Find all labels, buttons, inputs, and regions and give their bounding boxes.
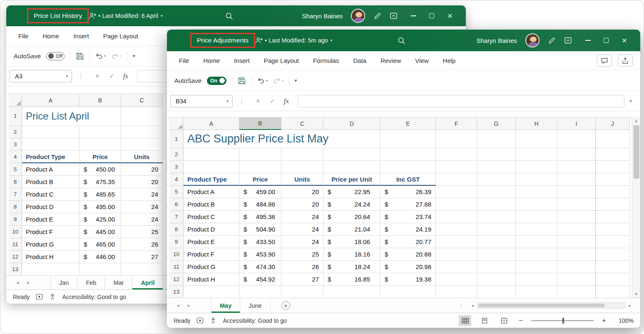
row-header-12[interactable]: 12 [169, 273, 184, 286]
cell-units-7[interactable]: 24 [281, 211, 323, 223]
cell-F12[interactable] [436, 273, 477, 286]
front-user-name[interactable]: Sharyn Baines [476, 37, 517, 44]
cell-C13[interactable] [281, 286, 323, 298]
cell-product-6[interactable]: Product B [184, 198, 239, 211]
ribbon-tab-home[interactable]: Home [35, 30, 66, 42]
cell-E3[interactable] [380, 161, 436, 173]
sheet-title-cell[interactable]: ABC Supplier Price List May [184, 130, 380, 148]
cell-price-9[interactable]: $425.00 [80, 213, 121, 226]
cell-units-8[interactable]: 24 [121, 201, 163, 213]
cell-E1[interactable] [380, 130, 436, 148]
row-header-9[interactable]: 9 [9, 213, 22, 226]
accessibility-status[interactable]: Accessibility: Good to go [62, 294, 126, 300]
cell-J6[interactable] [596, 198, 630, 211]
cell-I6[interactable] [557, 198, 596, 211]
table-header-inc-gst[interactable]: Inc GST [380, 173, 436, 186]
sheet-tab-feb[interactable]: Feb [77, 276, 105, 289]
minimize-button[interactable] [579, 30, 597, 51]
cell-I7[interactable] [557, 211, 596, 223]
cell-H3[interactable] [516, 161, 557, 173]
ribbon-tab-file[interactable]: File [172, 55, 196, 67]
cell-H13[interactable] [516, 286, 557, 298]
ribbon-tab-view[interactable]: View [408, 55, 435, 67]
cell-I4[interactable] [557, 173, 596, 186]
cell-units-6[interactable]: 20 [121, 176, 163, 188]
cell-product-7[interactable]: Product C [22, 188, 80, 201]
cell-E13[interactable] [380, 286, 436, 298]
select-all-corner[interactable] [9, 94, 22, 107]
cell-F6[interactable] [436, 198, 477, 211]
cancel-entry-icon[interactable]: × [90, 72, 104, 80]
cell-D3[interactable] [323, 161, 380, 173]
cell-G5[interactable] [477, 186, 516, 198]
cell-G10[interactable] [477, 248, 516, 261]
row-header-7[interactable]: 7 [169, 211, 184, 223]
cell-product-8[interactable]: Product D [184, 223, 239, 236]
close-button[interactable]: × [441, 5, 459, 26]
cell-B2[interactable] [80, 126, 121, 138]
page-break-view-icon[interactable] [498, 315, 510, 326]
row-header-5[interactable]: 5 [169, 186, 184, 198]
cell-F5[interactable] [436, 186, 477, 198]
cell-F7[interactable] [436, 211, 477, 223]
cell-F11[interactable] [436, 261, 477, 273]
qat-more-icon[interactable]: ▾ [133, 53, 135, 59]
row-header-9[interactable]: 9 [169, 236, 184, 248]
autosave-toggle[interactable]: Off [46, 52, 65, 60]
chevron-down-icon[interactable]: ▾ [331, 38, 333, 42]
cell-inc_gst-5[interactable]: $26.39 [380, 186, 436, 198]
confirm-entry-icon[interactable]: ✓ [265, 97, 279, 105]
zoom-slider[interactable] [531, 320, 594, 321]
insert-function-icon[interactable]: fx [119, 72, 133, 80]
cell-B3[interactable] [80, 138, 121, 151]
table-header-units[interactable]: Units [121, 151, 163, 163]
row-header-12[interactable]: 12 [9, 251, 22, 263]
cell-product-10[interactable]: Product F [184, 248, 239, 261]
ribbon-tab-help[interactable]: Help [436, 55, 463, 67]
cell-inc_gst-9[interactable]: $20.77 [380, 236, 436, 248]
column-header-G[interactable]: G [477, 117, 516, 130]
cell-price-5[interactable]: $450.00 [80, 163, 121, 176]
cell-G13[interactable] [477, 286, 516, 298]
cell-G1[interactable] [477, 130, 516, 148]
cell-J10[interactable] [596, 248, 630, 261]
cell-H7[interactable] [516, 211, 557, 223]
cell-J1[interactable] [596, 130, 630, 148]
cell-H1[interactable] [516, 130, 557, 148]
column-header-C[interactable]: C [121, 94, 163, 107]
cell-J8[interactable] [596, 223, 630, 236]
cell-inc_gst-10[interactable]: $20.88 [380, 248, 436, 261]
cell-I13[interactable] [557, 286, 596, 298]
ribbon-options-icon[interactable] [390, 12, 398, 20]
ribbon-tab-home[interactable]: Home [196, 55, 227, 67]
cell-units-12[interactable]: 27 [121, 251, 163, 263]
cell-units-11[interactable]: 26 [281, 261, 323, 273]
sheet-tab-may[interactable]: May [211, 298, 240, 313]
cell-A2[interactable] [22, 126, 80, 138]
cell-units-12[interactable]: 27 [281, 273, 323, 286]
front-last-modified[interactable]: • Last Modified: 5m ago [265, 37, 328, 44]
cell-J7[interactable] [596, 211, 630, 223]
cell-price-12[interactable]: $446.00 [80, 251, 121, 263]
cell-F3[interactable] [436, 161, 477, 173]
sheet-nav-left-icon[interactable]: ◄ [173, 303, 184, 308]
ribbon-tab-formulas[interactable]: Formulas [306, 55, 346, 67]
cell-inc_gst-7[interactable]: $23.74 [380, 211, 436, 223]
horizontal-scrollbar[interactable]: ◄ ► [468, 302, 634, 309]
name-box[interactable]: A3 ▾ [10, 70, 72, 82]
cell-units-10[interactable]: 25 [281, 248, 323, 261]
column-header-H[interactable]: H [516, 117, 557, 130]
scroll-right-icon[interactable]: ► [625, 304, 634, 308]
cell-C2[interactable] [121, 126, 163, 138]
scroll-down-icon[interactable]: ▼ [632, 290, 640, 298]
cell-H5[interactable] [516, 186, 557, 198]
cell-product-9[interactable]: Product E [22, 213, 80, 226]
row-header-2[interactable]: 2 [9, 126, 22, 138]
cell-A3[interactable] [22, 138, 80, 151]
cell-D13[interactable] [323, 286, 380, 298]
cell-H6[interactable] [516, 198, 557, 211]
sheet-nav-right-icon[interactable]: ► [184, 303, 194, 308]
back-user-name[interactable]: Sharyn Baines [302, 12, 343, 20]
cell-G2[interactable] [477, 148, 516, 161]
cell-A3[interactable] [184, 161, 239, 173]
